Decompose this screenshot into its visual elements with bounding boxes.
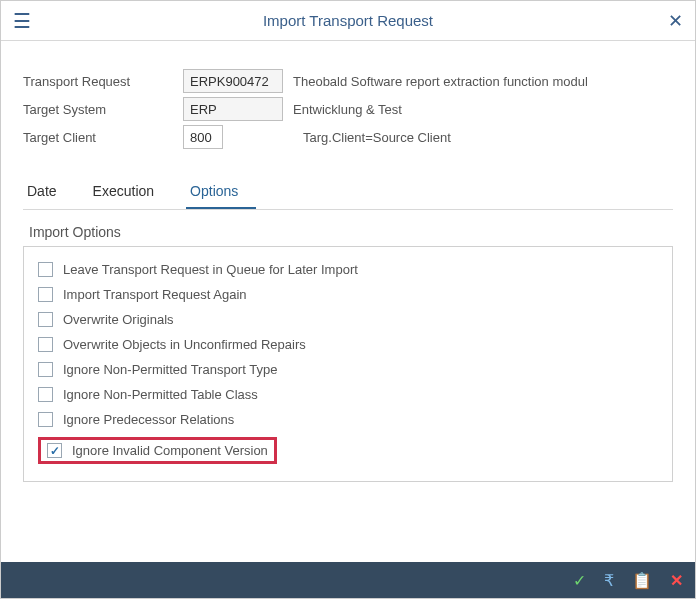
checkbox-ignore-invalid-component[interactable] — [47, 443, 62, 458]
opt-overwrite-unconfirmed: Overwrite Objects in Unconfirmed Repairs — [34, 332, 662, 357]
tab-execution[interactable]: Execution — [89, 173, 172, 209]
section-title-import-options: Import Options — [29, 224, 673, 240]
highlight-box: Ignore Invalid Component Version — [38, 437, 277, 464]
opt-label: Import Transport Request Again — [63, 287, 247, 302]
footer-toolbar: ✓ ₹ 📋 ✕ — [1, 562, 695, 598]
checkbox-overwrite-unconfirmed[interactable] — [38, 337, 53, 352]
row-target-system: Target System Entwicklung & Test — [23, 97, 673, 121]
label-target-client: Target Client — [23, 130, 183, 145]
close-icon[interactable]: ✕ — [668, 10, 683, 32]
tab-options[interactable]: Options — [186, 173, 256, 209]
opt-ignore-table-class: Ignore Non-Permitted Table Class — [34, 382, 662, 407]
opt-label: Ignore Non-Permitted Transport Type — [63, 362, 277, 377]
tool-icon[interactable]: ₹ — [604, 571, 614, 590]
checkbox-import-again[interactable] — [38, 287, 53, 302]
label-transport-request: Transport Request — [23, 74, 183, 89]
opt-import-again: Import Transport Request Again — [34, 282, 662, 307]
checkbox-ignore-table-class[interactable] — [38, 387, 53, 402]
checkbox-overwrite-originals[interactable] — [38, 312, 53, 327]
opt-ignore-predecessor: Ignore Predecessor Relations — [34, 407, 662, 432]
checkbox-ignore-predecessor[interactable] — [38, 412, 53, 427]
tab-date[interactable]: Date — [23, 173, 75, 209]
dialog-title: Import Transport Request — [1, 12, 695, 29]
opt-label: Ignore Non-Permitted Table Class — [63, 387, 258, 402]
opt-overwrite-originals: Overwrite Originals — [34, 307, 662, 332]
clipboard-icon[interactable]: 📋 — [632, 571, 652, 590]
opt-label: Ignore Predecessor Relations — [63, 412, 234, 427]
import-options-box: Leave Transport Request in Queue for Lat… — [23, 246, 673, 482]
content-area: Transport Request Theobald Software repo… — [1, 41, 695, 482]
row-target-client: Target Client Targ.Client=Source Client — [23, 125, 673, 149]
row-transport-request: Transport Request Theobald Software repo… — [23, 69, 673, 93]
menu-icon[interactable]: ☰ — [13, 9, 31, 33]
input-transport-request[interactable] — [183, 69, 283, 93]
opt-label: Overwrite Originals — [63, 312, 174, 327]
checkbox-leave-in-queue[interactable] — [38, 262, 53, 277]
opt-label: Ignore Invalid Component Version — [72, 443, 268, 458]
desc-target-client: Targ.Client=Source Client — [303, 130, 451, 145]
opt-leave-in-queue: Leave Transport Request in Queue for Lat… — [34, 257, 662, 282]
opt-ignore-transport-type: Ignore Non-Permitted Transport Type — [34, 357, 662, 382]
checkbox-ignore-transport-type[interactable] — [38, 362, 53, 377]
opt-label: Leave Transport Request in Queue for Lat… — [63, 262, 358, 277]
label-target-system: Target System — [23, 102, 183, 117]
opt-label: Overwrite Objects in Unconfirmed Repairs — [63, 337, 306, 352]
cancel-icon[interactable]: ✕ — [670, 571, 683, 590]
opt-ignore-invalid-component: Ignore Invalid Component Version — [34, 432, 662, 469]
tab-strip: Date Execution Options — [23, 173, 673, 210]
input-target-client[interactable] — [183, 125, 223, 149]
title-bar: ☰ Import Transport Request ✕ — [1, 1, 695, 41]
desc-target-system: Entwicklung & Test — [293, 102, 402, 117]
input-target-system[interactable] — [183, 97, 283, 121]
desc-transport-request: Theobald Software report extraction func… — [293, 74, 588, 89]
confirm-icon[interactable]: ✓ — [573, 571, 586, 590]
